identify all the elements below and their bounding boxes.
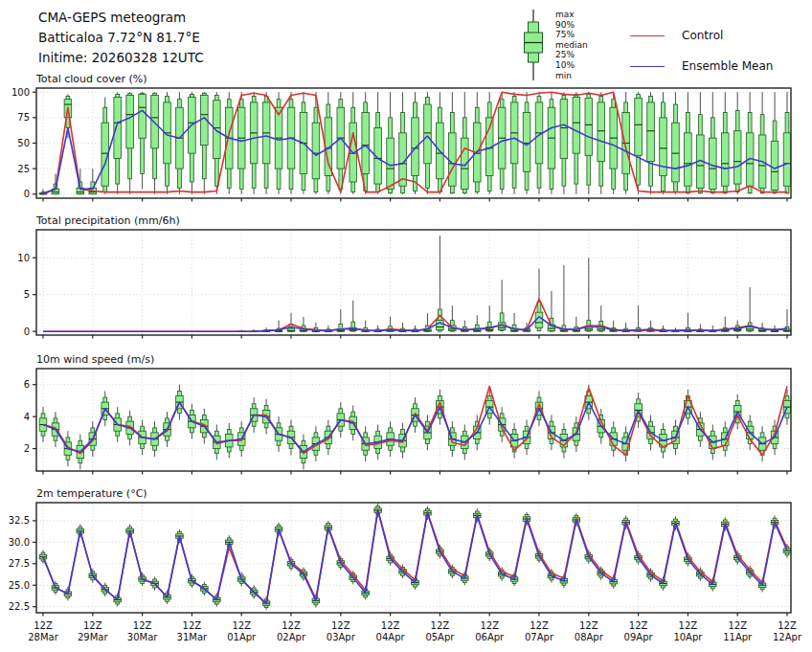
x-tick-date: 06Apr (475, 632, 505, 642)
x-tick-time: 12Z (331, 620, 350, 631)
y-tick-label: 4 (24, 412, 30, 422)
box-whisker-group (237, 236, 790, 331)
x-axis-labels: 12Z28Mar12Z29Mar12Z30Mar12Z31Mar12Z01Apr… (28, 620, 802, 642)
panel-title: Total precipitation (mm/6h) (35, 214, 180, 227)
box-whisker-group (39, 504, 791, 610)
panel-title: Total cloud cover (%) (35, 75, 147, 85)
y-tick-label: 5 (24, 289, 30, 300)
legend-label-25: 25% (555, 50, 588, 60)
x-tick-date: 01Apr (227, 632, 257, 642)
legend-label-median: median (555, 40, 588, 51)
x-tick-date: 02Apr (277, 632, 306, 642)
y-tick-label: 50 (17, 138, 30, 148)
y-tick-label: 27.5 (9, 558, 30, 569)
panel-frame (36, 230, 791, 335)
x-tick-time: 12Z (629, 620, 648, 631)
x-tick-time: 12Z (728, 620, 747, 631)
panel-wind-speed: 24610m wind speed (m/s) (24, 353, 791, 475)
x-tick-time: 12Z (431, 620, 450, 631)
x-tick-date: 30Mar (127, 632, 158, 642)
x-tick-date: 29Mar (78, 632, 108, 642)
legend-label-max: max (555, 10, 588, 20)
x-tick-date: 09Apr (624, 632, 654, 642)
x-tick-time: 12Z (83, 620, 102, 631)
page-title: CMA-GEPS meteogram (38, 8, 204, 28)
box-whisker-group (39, 92, 791, 193)
x-tick-time: 12Z (530, 620, 549, 631)
panel-precipitation: 0510Total precipitation (mm/6h) (17, 214, 791, 339)
y-tick-label: 10 (17, 253, 30, 263)
y-tick-label: 30.0 (9, 537, 30, 548)
grid-lines (36, 230, 791, 335)
panel-title: 2m temperature (°C) (36, 487, 147, 500)
ensemble-mean-label: Ensemble Mean (682, 59, 773, 73)
x-tick-date: 04Apr (376, 632, 406, 642)
x-tick-time: 12Z (282, 620, 301, 631)
y-tick-label: 32.5 (9, 515, 30, 526)
y-tick-label: 75 (17, 112, 30, 123)
y-tick-label: 0 (24, 326, 30, 337)
x-tick-date: 03Apr (327, 632, 356, 642)
panel-title: 10m wind speed (m/s) (36, 353, 154, 366)
legend-ensemble-row: Ensemble Mean (630, 56, 773, 77)
boxplot-legend-glyph (517, 4, 550, 84)
legend-label-75: 75% (555, 30, 588, 40)
y-tick-label: 25 (17, 164, 30, 174)
x-tick-date: 11Apr (723, 632, 753, 642)
x-tick-time: 12Z (579, 620, 598, 631)
ensemble-mean-line-swatch (630, 66, 665, 67)
x-tick-time: 12Z (480, 620, 499, 631)
y-tick-label: 22.5 (9, 601, 30, 612)
y-tick-label: 100 (11, 87, 30, 98)
panel-cloud-cover: 0255075100Total cloud cover (%) (11, 75, 791, 202)
init-time: Initime: 20260328 12UTC (38, 48, 204, 68)
x-tick-date: 28Mar (28, 632, 58, 642)
y-tick-label: 25.0 (9, 580, 30, 591)
x-tick-time: 12Z (778, 620, 797, 631)
y-tick-label: 2 (24, 443, 30, 454)
grid-lines (36, 503, 791, 613)
x-tick-time: 12Z (183, 620, 202, 631)
x-tick-date: 05Apr (425, 632, 455, 642)
legend-label-90: 90% (555, 20, 588, 31)
y-tick-label: 6 (24, 379, 30, 390)
x-tick-time: 12Z (34, 620, 53, 631)
x-tick-date: 12Apr (773, 632, 802, 642)
meteogram-chart: 0255075100Total cloud cover (%)0510Total… (0, 75, 812, 652)
x-tick-time: 12Z (381, 620, 400, 631)
header: CMA-GEPS meteogram Batticaloa 7.72°N 81.… (38, 8, 204, 68)
control-line-swatch (630, 35, 665, 36)
x-tick-time: 12Z (232, 620, 251, 631)
x-tick-date: 31Mar (177, 632, 208, 642)
x-tick-date: 07Apr (525, 632, 554, 642)
x-tick-time: 12Z (679, 620, 698, 631)
legend-control-row: Control (630, 25, 773, 46)
boxplot-legend-labels: max 90% 75% median 25% 10% min (555, 4, 588, 84)
x-tick-date: 08Apr (575, 632, 604, 642)
legend-label-10: 10% (555, 60, 588, 71)
box-whisker-group (39, 385, 791, 470)
panel-frame (36, 503, 791, 613)
meteogram-page: CMA-GEPS meteogram Batticaloa 7.72°N 81.… (0, 0, 812, 652)
x-tick-date: 10Apr (673, 632, 703, 642)
y-tick-label: 0 (24, 189, 30, 199)
boxplot-legend: max 90% 75% median 25% 10% min (517, 4, 588, 84)
control-label: Control (682, 29, 723, 42)
station-location: Batticaloa 7.72°N 81.7°E (38, 28, 204, 48)
panel-temperature: 22.525.027.530.032.52m temperature (°C) (9, 487, 791, 617)
x-tick-time: 12Z (133, 620, 152, 631)
